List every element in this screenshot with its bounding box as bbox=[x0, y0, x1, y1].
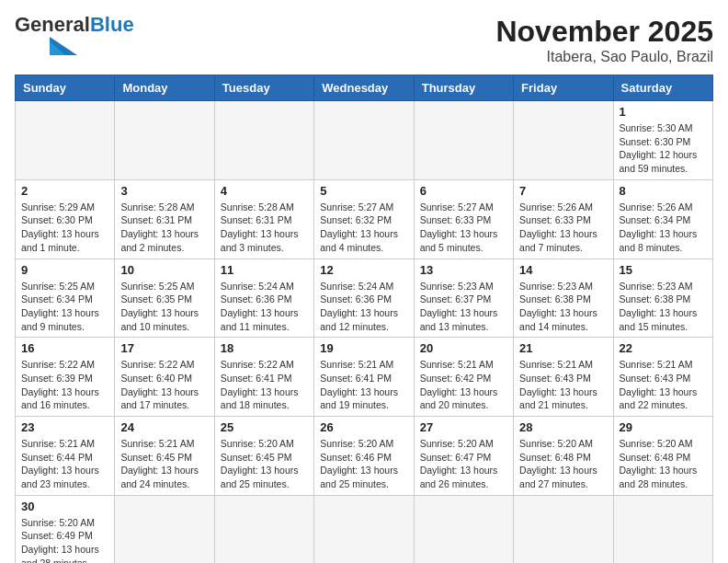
day-info: Sunrise: 5:20 AM Sunset: 6:49 PM Dayligh… bbox=[21, 516, 108, 563]
day-info: Sunrise: 5:27 AM Sunset: 6:33 PM Dayligh… bbox=[420, 201, 507, 255]
day-header-monday: Monday bbox=[115, 75, 214, 101]
day-info: Sunrise: 5:20 AM Sunset: 6:46 PM Dayligh… bbox=[320, 437, 407, 491]
day-info: Sunrise: 5:23 AM Sunset: 6:37 PM Dayligh… bbox=[420, 280, 507, 334]
day-number: 14 bbox=[519, 263, 607, 277]
calendar-cell: 6Sunrise: 5:27 AM Sunset: 6:33 PM Daylig… bbox=[414, 179, 513, 259]
calendar-cell: 10Sunrise: 5:25 AM Sunset: 6:35 PM Dayli… bbox=[115, 259, 214, 338]
calendar-week-2: 2Sunrise: 5:29 AM Sunset: 6:30 PM Daylig… bbox=[16, 179, 713, 259]
day-info: Sunrise: 5:21 AM Sunset: 6:45 PM Dayligh… bbox=[120, 437, 208, 491]
day-number: 18 bbox=[221, 341, 308, 355]
day-info: Sunrise: 5:20 AM Sunset: 6:45 PM Dayligh… bbox=[221, 437, 308, 491]
calendar-cell: 13Sunrise: 5:23 AM Sunset: 6:37 PM Dayli… bbox=[414, 259, 513, 338]
day-number: 4 bbox=[221, 184, 308, 198]
page-header: General Blue November 2025 Itabera, Sao … bbox=[15, 15, 713, 65]
calendar-cell: 3Sunrise: 5:28 AM Sunset: 6:31 PM Daylig… bbox=[115, 179, 214, 259]
calendar-cell bbox=[115, 101, 214, 180]
day-header-sunday: Sunday bbox=[16, 75, 115, 101]
calendar-cell: 2Sunrise: 5:29 AM Sunset: 6:30 PM Daylig… bbox=[16, 179, 115, 259]
day-info: Sunrise: 5:22 AM Sunset: 6:40 PM Dayligh… bbox=[120, 358, 208, 412]
day-info: Sunrise: 5:28 AM Sunset: 6:31 PM Dayligh… bbox=[221, 201, 308, 255]
calendar-header-row: SundayMondayTuesdayWednesdayThursdayFrid… bbox=[16, 75, 713, 101]
calendar-cell bbox=[115, 495, 214, 563]
calendar-cell bbox=[214, 101, 313, 180]
day-number: 12 bbox=[320, 263, 407, 277]
day-number: 5 bbox=[320, 184, 407, 198]
day-info: Sunrise: 5:24 AM Sunset: 6:36 PM Dayligh… bbox=[320, 280, 407, 334]
calendar-cell: 26Sunrise: 5:20 AM Sunset: 6:46 PM Dayli… bbox=[314, 417, 414, 496]
day-number: 2 bbox=[21, 184, 108, 198]
calendar-table: SundayMondayTuesdayWednesdayThursdayFrid… bbox=[15, 75, 713, 563]
day-number: 20 bbox=[420, 341, 507, 355]
day-number: 9 bbox=[21, 263, 108, 277]
day-info: Sunrise: 5:29 AM Sunset: 6:30 PM Dayligh… bbox=[21, 201, 108, 255]
day-info: Sunrise: 5:26 AM Sunset: 6:33 PM Dayligh… bbox=[519, 201, 607, 255]
calendar-cell: 27Sunrise: 5:20 AM Sunset: 6:47 PM Dayli… bbox=[414, 417, 513, 496]
day-info: Sunrise: 5:25 AM Sunset: 6:34 PM Dayligh… bbox=[21, 280, 108, 334]
calendar-cell bbox=[414, 101, 513, 180]
day-info: Sunrise: 5:22 AM Sunset: 6:39 PM Dayligh… bbox=[21, 358, 108, 412]
calendar-cell bbox=[613, 495, 712, 563]
calendar-cell: 16Sunrise: 5:22 AM Sunset: 6:39 PM Dayli… bbox=[16, 338, 115, 417]
calendar-cell: 28Sunrise: 5:20 AM Sunset: 6:48 PM Dayli… bbox=[514, 417, 613, 496]
day-number: 23 bbox=[21, 420, 108, 434]
calendar-cell: 15Sunrise: 5:23 AM Sunset: 6:38 PM Dayli… bbox=[613, 259, 712, 338]
logo-general: General bbox=[15, 15, 90, 35]
day-number: 21 bbox=[519, 341, 607, 355]
day-info: Sunrise: 5:21 AM Sunset: 6:43 PM Dayligh… bbox=[519, 358, 607, 412]
day-number: 30 bbox=[21, 500, 108, 513]
day-number: 11 bbox=[221, 263, 308, 277]
day-info: Sunrise: 5:22 AM Sunset: 6:41 PM Dayligh… bbox=[221, 358, 308, 412]
day-info: Sunrise: 5:21 AM Sunset: 6:42 PM Dayligh… bbox=[420, 358, 507, 412]
calendar-cell: 24Sunrise: 5:21 AM Sunset: 6:45 PM Dayli… bbox=[115, 417, 214, 496]
day-info: Sunrise: 5:25 AM Sunset: 6:35 PM Dayligh… bbox=[120, 280, 208, 334]
calendar-cell: 11Sunrise: 5:24 AM Sunset: 6:36 PM Dayli… bbox=[214, 259, 313, 338]
day-info: Sunrise: 5:21 AM Sunset: 6:44 PM Dayligh… bbox=[21, 437, 108, 491]
calendar-week-3: 9Sunrise: 5:25 AM Sunset: 6:34 PM Daylig… bbox=[16, 259, 713, 338]
calendar-cell: 20Sunrise: 5:21 AM Sunset: 6:42 PM Dayli… bbox=[414, 338, 513, 417]
day-header-tuesday: Tuesday bbox=[214, 75, 313, 101]
logo-icon bbox=[15, 37, 79, 55]
day-number: 22 bbox=[620, 341, 707, 355]
logo-blue: Blue bbox=[90, 15, 134, 35]
logo: General Blue bbox=[15, 15, 134, 55]
day-number: 29 bbox=[620, 420, 707, 434]
day-header-friday: Friday bbox=[514, 75, 613, 101]
day-info: Sunrise: 5:28 AM Sunset: 6:31 PM Dayligh… bbox=[120, 201, 208, 255]
calendar-cell: 7Sunrise: 5:26 AM Sunset: 6:33 PM Daylig… bbox=[514, 179, 613, 259]
title-area: November 2025 Itabera, Sao Paulo, Brazil bbox=[495, 15, 713, 65]
day-number: 17 bbox=[120, 341, 208, 355]
calendar-cell: 18Sunrise: 5:22 AM Sunset: 6:41 PM Dayli… bbox=[214, 338, 313, 417]
calendar-cell: 12Sunrise: 5:24 AM Sunset: 6:36 PM Dayli… bbox=[314, 259, 414, 338]
calendar-cell: 19Sunrise: 5:21 AM Sunset: 6:41 PM Dayli… bbox=[314, 338, 414, 417]
day-info: Sunrise: 5:23 AM Sunset: 6:38 PM Dayligh… bbox=[519, 280, 607, 334]
calendar-cell bbox=[214, 495, 313, 563]
day-number: 3 bbox=[120, 184, 208, 198]
calendar-cell bbox=[414, 495, 513, 563]
calendar-cell: 30Sunrise: 5:20 AM Sunset: 6:49 PM Dayli… bbox=[16, 495, 115, 563]
calendar-cell bbox=[16, 101, 115, 180]
day-info: Sunrise: 5:20 AM Sunset: 6:48 PM Dayligh… bbox=[620, 437, 707, 491]
day-number: 26 bbox=[320, 420, 407, 434]
day-number: 8 bbox=[620, 184, 707, 198]
day-number: 10 bbox=[120, 263, 208, 277]
calendar-cell bbox=[314, 495, 414, 563]
day-info: Sunrise: 5:23 AM Sunset: 6:38 PM Dayligh… bbox=[620, 280, 707, 334]
calendar-cell: 4Sunrise: 5:28 AM Sunset: 6:31 PM Daylig… bbox=[214, 179, 313, 259]
location: Itabera, Sao Paulo, Brazil bbox=[495, 49, 713, 65]
calendar-cell: 14Sunrise: 5:23 AM Sunset: 6:38 PM Dayli… bbox=[514, 259, 613, 338]
day-number: 1 bbox=[620, 105, 707, 119]
calendar-week-6: 30Sunrise: 5:20 AM Sunset: 6:49 PM Dayli… bbox=[16, 495, 713, 563]
day-number: 7 bbox=[519, 184, 607, 198]
calendar-week-5: 23Sunrise: 5:21 AM Sunset: 6:44 PM Dayli… bbox=[16, 417, 713, 496]
calendar-cell: 29Sunrise: 5:20 AM Sunset: 6:48 PM Dayli… bbox=[613, 417, 712, 496]
day-header-saturday: Saturday bbox=[613, 75, 712, 101]
day-number: 15 bbox=[620, 263, 707, 277]
calendar-cell bbox=[514, 101, 613, 180]
day-info: Sunrise: 5:21 AM Sunset: 6:41 PM Dayligh… bbox=[320, 358, 407, 412]
calendar-cell: 1Sunrise: 5:30 AM Sunset: 6:30 PM Daylig… bbox=[613, 101, 712, 180]
month-title: November 2025 bbox=[495, 15, 713, 49]
calendar-week-4: 16Sunrise: 5:22 AM Sunset: 6:39 PM Dayli… bbox=[16, 338, 713, 417]
day-info: Sunrise: 5:20 AM Sunset: 6:48 PM Dayligh… bbox=[519, 437, 607, 491]
calendar-cell: 25Sunrise: 5:20 AM Sunset: 6:45 PM Dayli… bbox=[214, 417, 313, 496]
day-number: 27 bbox=[420, 420, 507, 434]
